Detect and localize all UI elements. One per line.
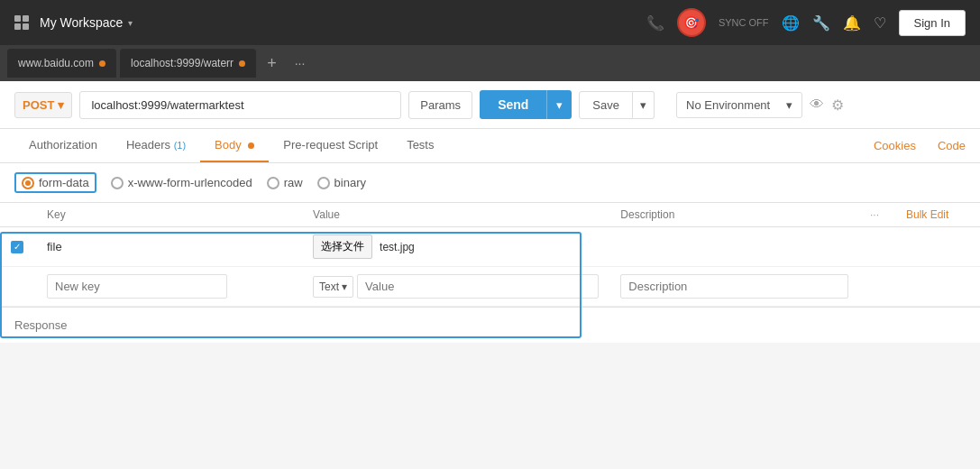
- col-desc-header: Description: [609, 203, 859, 227]
- tab-baidu-label: www.baidu.com: [18, 57, 94, 69]
- tab-baidu[interactable]: www.baidu.com: [7, 49, 116, 78]
- table-row: ✓ file 选择文件 test.jpg: [0, 227, 980, 267]
- new-value-input[interactable]: [357, 274, 599, 299]
- radio-raw-label: raw: [284, 176, 303, 189]
- target-icon[interactable]: 🎯: [677, 8, 706, 37]
- tab-localhost-dot: [239, 60, 245, 67]
- radio-raw[interactable]: raw: [267, 176, 303, 189]
- params-table-container: Key Value Description ··· Bulk Edit: [0, 203, 980, 307]
- tab-localhost[interactable]: localhost:9999/waterr: [120, 49, 256, 78]
- radio-urlencoded[interactable]: x-www-form-urlencoded: [111, 176, 252, 189]
- radio-form-data[interactable]: form-data: [14, 172, 96, 193]
- tab-baidu-dot: [99, 60, 105, 67]
- tab-tests[interactable]: Tests: [392, 129, 448, 162]
- send-button[interactable]: Send: [480, 90, 546, 119]
- col-key-header: Key: [36, 203, 302, 227]
- save-button[interactable]: Save: [579, 91, 633, 119]
- new-desc-input[interactable]: [620, 274, 848, 299]
- workspace-chevron-icon: ▾: [128, 18, 133, 28]
- tab-headers[interactable]: Headers (1): [112, 129, 200, 162]
- tab-body-label: Body: [215, 138, 242, 152]
- main-content: POST ▾ Params Send ▾ Save ▾ No Environme…: [0, 81, 980, 343]
- more-options-icon[interactable]: ···: [870, 208, 879, 221]
- bell-icon[interactable]: 🔔: [843, 14, 861, 32]
- file-input-area: 选择文件 test.jpg: [313, 234, 599, 259]
- body-options: form-data x-www-form-urlencoded raw bina…: [0, 163, 980, 203]
- tab-pre-request-label: Pre-request Script: [283, 138, 378, 152]
- url-input[interactable]: [79, 91, 401, 119]
- tab-pre-request[interactable]: Pre-request Script: [269, 129, 392, 162]
- radio-urlencoded-btn: [111, 177, 124, 189]
- topnav-icons: 📞 🎯 SYNC OFF 🌐 🔧 🔔 ♡ Sign In: [646, 8, 966, 37]
- workspace-name-label: My Workspace: [40, 15, 123, 30]
- file-name-label: test.jpg: [380, 241, 415, 253]
- globe-icon[interactable]: 🌐: [782, 14, 800, 32]
- tab-body[interactable]: Body: [200, 129, 269, 162]
- tab-tests-label: Tests: [407, 138, 434, 152]
- row-key-label: file: [47, 240, 62, 253]
- radio-binary-btn: [317, 177, 330, 189]
- send-dropdown-button[interactable]: ▾: [546, 90, 572, 119]
- gear-icon[interactable]: ⚙: [831, 97, 844, 114]
- signin-button[interactable]: Sign In: [899, 10, 966, 36]
- sync-label: SYNC OFF: [719, 17, 769, 28]
- heart-icon[interactable]: ♡: [874, 14, 886, 32]
- wrench-icon[interactable]: 🔧: [812, 14, 830, 32]
- radio-raw-btn: [267, 177, 279, 189]
- choose-file-button[interactable]: 选择文件: [313, 234, 372, 259]
- env-selector[interactable]: No Environment ▾: [676, 92, 802, 118]
- env-chevron-icon: ▾: [786, 98, 792, 112]
- cookies-link[interactable]: Cookies: [874, 139, 916, 152]
- tab-add-button[interactable]: +: [260, 51, 284, 77]
- tab-more-button[interactable]: ···: [288, 52, 313, 74]
- tabs-bar: www.baidu.com localhost:9999/waterr + ··…: [0, 45, 980, 81]
- topnav: My Workspace ▾ 📞 🎯 SYNC OFF 🌐 🔧 🔔 ♡ Sign…: [0, 0, 980, 45]
- radio-form-data-btn: [22, 177, 34, 189]
- code-link[interactable]: Code: [938, 139, 966, 152]
- type-label: Text: [319, 280, 339, 293]
- response-label: Response: [14, 318, 68, 332]
- type-chevron-icon: ▾: [342, 280, 347, 293]
- phone-icon[interactable]: 📞: [646, 14, 664, 32]
- params-table: Key Value Description ··· Bulk Edit: [0, 203, 980, 307]
- type-select[interactable]: Text ▾: [313, 276, 353, 298]
- params-button[interactable]: Params: [408, 91, 472, 119]
- radio-urlencoded-label: x-www-form-urlencoded: [128, 176, 252, 189]
- radio-form-data-label: form-data: [39, 176, 89, 189]
- eye-icon[interactable]: 👁: [810, 97, 824, 113]
- new-key-input[interactable]: [47, 274, 227, 299]
- method-chevron-icon: ▾: [58, 98, 64, 112]
- radio-binary-label: binary: [334, 176, 366, 189]
- headers-badge: (1): [174, 140, 186, 151]
- grid-icon[interactable]: [14, 15, 29, 30]
- radio-binary[interactable]: binary: [317, 176, 366, 189]
- new-key-row: Text ▾: [0, 267, 980, 307]
- env-label: No Environment: [686, 98, 770, 112]
- tab-localhost-label: localhost:9999/waterr: [131, 57, 234, 69]
- workspace-selector[interactable]: My Workspace ▾: [40, 15, 133, 30]
- col-value-header: Value: [302, 203, 609, 227]
- method-label: POST: [23, 98, 54, 112]
- method-select[interactable]: POST ▾: [14, 92, 72, 118]
- response-section: Response: [0, 307, 980, 343]
- tab-authorization[interactable]: Authorization: [14, 129, 112, 162]
- body-active-dot: [248, 143, 254, 149]
- row-checkbox[interactable]: ✓: [11, 241, 23, 253]
- bulk-edit-button[interactable]: Bulk Edit: [906, 208, 948, 221]
- tab-authorization-label: Authorization: [29, 138, 97, 152]
- save-dropdown-button[interactable]: ▾: [633, 91, 655, 119]
- tab-headers-label: Headers: [126, 138, 174, 152]
- request-tabs-bar: Authorization Headers (1) Body Pre-reque…: [0, 129, 980, 163]
